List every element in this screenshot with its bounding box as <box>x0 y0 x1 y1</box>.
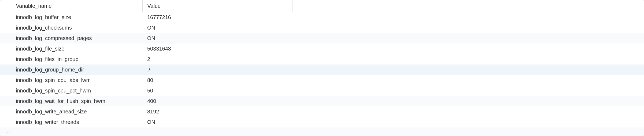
table-row[interactable]: innodb_log_files_in_group2 <box>0 54 644 65</box>
cell-value: ON <box>142 117 293 127</box>
table-row[interactable]: innodb_log_spin_cpu_abs_lwm80 <box>0 75 644 85</box>
cell-variable-name: innodb_log_write_ahead_size <box>11 106 142 117</box>
row-gutter <box>0 117 11 127</box>
cell-value: 8192 <box>142 106 293 117</box>
cell-empty <box>293 33 644 44</box>
table-row[interactable]: innodb_log_checksumsON <box>0 23 644 33</box>
cell-variable-name: innodb_log_file_size <box>11 44 142 54</box>
row-gutter <box>0 75 11 85</box>
table-row[interactable]: innodb_log_writer_threadsON <box>0 117 644 127</box>
data-table: Variable_name Value innodb_log_buffer_si… <box>0 0 644 136</box>
table-row-empty <box>0 127 644 136</box>
cell-empty <box>293 75 644 85</box>
cell-value: ON <box>142 33 293 44</box>
row-gutter <box>0 96 11 106</box>
cell-variable-name: innodb_log_files_in_group <box>11 54 142 65</box>
column-header-empty <box>293 0 644 12</box>
cell-empty <box>293 117 644 127</box>
gutter-header <box>0 0 11 12</box>
cell-value: 50 <box>142 85 293 96</box>
cell-empty <box>142 127 293 136</box>
cell-variable-name: innodb_log_spin_cpu_abs_lwm <box>11 75 142 85</box>
cell-value: ./ <box>142 65 293 75</box>
table-row[interactable]: innodb_log_group_home_dir./ <box>0 65 644 75</box>
row-gutter <box>0 106 11 117</box>
cell-empty <box>293 23 644 33</box>
row-gutter <box>0 44 11 54</box>
cell-empty <box>293 96 644 106</box>
table-header-row: Variable_name Value <box>0 0 644 12</box>
cell-empty <box>11 127 142 136</box>
cell-value: 400 <box>142 96 293 106</box>
cell-variable-name: innodb_log_wait_for_flush_spin_hwm <box>11 96 142 106</box>
cell-value: ON <box>142 23 293 33</box>
row-gutter <box>0 54 11 65</box>
cell-variable-name: innodb_log_writer_threads <box>11 117 142 127</box>
table-row[interactable]: innodb_log_compressed_pagesON <box>0 33 644 44</box>
cell-value: 80 <box>142 75 293 85</box>
cell-empty <box>293 106 644 117</box>
column-header-value[interactable]: Value <box>142 0 293 12</box>
cell-empty <box>293 127 644 136</box>
table-row[interactable]: innodb_log_buffer_size16777216 <box>0 12 644 23</box>
cell-empty <box>293 65 644 75</box>
cell-variable-name: innodb_log_compressed_pages <box>11 33 142 44</box>
row-gutter <box>0 65 11 75</box>
table-row[interactable]: innodb_log_write_ahead_size8192 <box>0 106 644 117</box>
cell-empty <box>293 12 644 23</box>
column-header-variable-name[interactable]: Variable_name <box>11 0 142 12</box>
row-gutter <box>0 23 11 33</box>
row-gutter <box>0 85 11 96</box>
row-gutter <box>0 12 11 23</box>
cell-variable-name: innodb_log_group_home_dir <box>11 65 142 75</box>
cell-empty <box>293 44 644 54</box>
cell-value: 16777216 <box>142 12 293 23</box>
cell-empty <box>293 54 644 65</box>
cell-empty <box>0 127 11 136</box>
cell-value: 2 <box>142 54 293 65</box>
variables-table: Variable_name Value innodb_log_buffer_si… <box>0 0 644 136</box>
cell-variable-name: innodb_log_buffer_size <box>11 12 142 23</box>
cell-variable-name: innodb_log_checksums <box>11 23 142 33</box>
cell-empty <box>293 85 644 96</box>
table-row[interactable]: innodb_log_spin_cpu_pct_hwm50 <box>0 85 644 96</box>
cell-variable-name: innodb_log_spin_cpu_pct_hwm <box>11 85 142 96</box>
table-row[interactable]: innodb_log_file_size50331648 <box>0 44 644 54</box>
table-row[interactable]: innodb_log_wait_for_flush_spin_hwm400 <box>0 96 644 106</box>
row-gutter <box>0 33 11 44</box>
cell-value: 50331648 <box>142 44 293 54</box>
